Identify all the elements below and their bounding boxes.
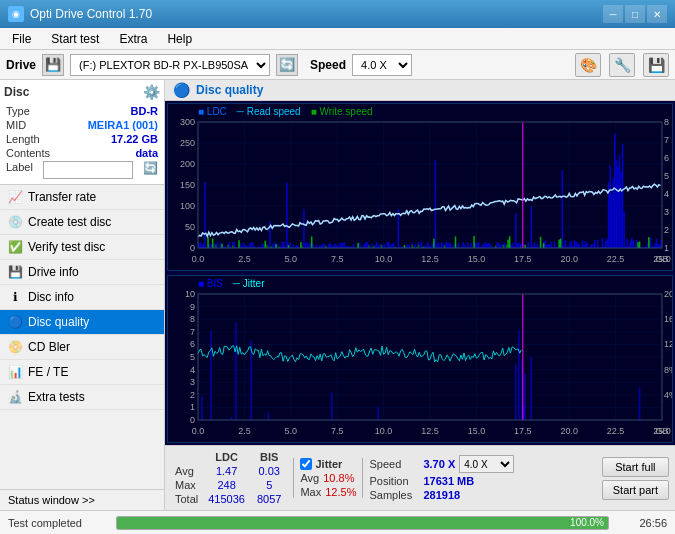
progress-bar-container: 100.0% (116, 516, 609, 530)
disc-settings-icon[interactable]: ⚙️ (143, 84, 160, 100)
disc-mid-label: MID (6, 119, 26, 131)
jitter-avg-value: 10.8% (323, 472, 354, 484)
nav-label-extra-tests: Extra tests (28, 390, 85, 404)
chart-title-icon: 🔵 (173, 82, 190, 98)
drive-eject-icon[interactable]: 💾 (42, 54, 64, 76)
nav-item-cd-bler[interactable]: 📀 CD Bler (0, 335, 164, 360)
disc-length-value: 17.22 GB (111, 133, 158, 145)
nav-item-transfer-rate[interactable]: 📈 Transfer rate (0, 185, 164, 210)
legend-ldc: ■ LDC (198, 106, 227, 117)
disc-length-label: Length (6, 133, 40, 145)
transfer-rate-icon: 📈 (8, 190, 22, 204)
create-test-disc-icon: 💿 (8, 215, 22, 229)
nav-item-fe-te[interactable]: 📊 FE / TE (0, 360, 164, 385)
legend-jitter: ─ Jitter (233, 278, 265, 289)
legend-write-speed: ■ Write speed (311, 106, 373, 117)
stats-divider-1 (293, 458, 294, 498)
jitter-avg-label: Avg (300, 472, 319, 484)
drive-info-icon: 💾 (8, 265, 22, 279)
nav-item-extra-tests[interactable]: 🔬 Extra tests (0, 385, 164, 410)
app-title: Opti Drive Control 1.70 (30, 7, 152, 21)
nav-item-create-test-disc[interactable]: 💿 Create test disc (0, 210, 164, 235)
speed-select-dropdown[interactable]: 4.0 X (459, 455, 514, 473)
jitter-max-value: 12.5% (325, 486, 356, 498)
menu-extra[interactable]: Extra (111, 30, 155, 48)
start-part-button[interactable]: Start part (602, 480, 669, 500)
toolbar-btn-1[interactable]: 🎨 (575, 53, 601, 77)
statusbar: Test completed 100.0% 26:56 (0, 510, 675, 534)
disc-length-row: Length 17.22 GB (4, 132, 160, 146)
drive-select[interactable]: (F:) PLEXTOR BD-R PX-LB950SA 1.04 (70, 54, 270, 76)
close-button[interactable]: ✕ (647, 5, 667, 23)
status-window-label: Status window >> (8, 494, 95, 506)
menu-help[interactable]: Help (159, 30, 200, 48)
stats-avg-ldc: 1.47 (202, 464, 251, 478)
titlebar-left: ◉ Opti Drive Control 1.70 (8, 6, 152, 22)
disc-type-value: BD-R (131, 105, 159, 117)
disc-section: Disc ⚙️ Type BD-R MID MEIRA1 (001) Lengt… (0, 80, 164, 185)
lower-chart-canvas (168, 276, 672, 442)
sidebar: Disc ⚙️ Type BD-R MID MEIRA1 (001) Lengt… (0, 80, 165, 510)
chart-title-bar: 🔵 Disc quality (165, 80, 675, 101)
stats-total-label: Total (171, 492, 202, 506)
nav-label-disc-info: Disc info (28, 290, 74, 304)
speed-value: 3.70 X (423, 458, 455, 470)
disc-mid-row: MID MEIRA1 (001) (4, 118, 160, 132)
nav-item-verify-test-disc[interactable]: ✅ Verify test disc (0, 235, 164, 260)
stats-table: LDC BIS Avg 1.47 0.03 Max 248 5 Total 41… (171, 450, 287, 506)
jitter-avg-row: Avg 10.8% (300, 472, 356, 484)
disc-contents-label: Contents (6, 147, 50, 159)
stats-total-ldc: 415036 (202, 492, 251, 506)
extra-tests-icon: 🔬 (8, 390, 22, 404)
disc-contents-row: Contents data (4, 146, 160, 160)
verify-test-disc-icon: ✅ (8, 240, 22, 254)
content-area: 🔵 Disc quality ■ LDC ─ Read speed ■ Writ… (165, 80, 675, 510)
nav-label-fe-te: FE / TE (28, 365, 68, 379)
disc-label-input[interactable] (43, 161, 133, 179)
nav-label-verify-test-disc: Verify test disc (28, 240, 105, 254)
stats-max-ldc: 248 (202, 478, 251, 492)
toolbar-btn-2[interactable]: 🔧 (609, 53, 635, 77)
progress-bar-fill: 100.0% (117, 517, 608, 529)
disc-type-row: Type BD-R (4, 104, 160, 118)
disc-contents-value: data (135, 147, 158, 159)
stats-avg-bis: 0.03 (251, 464, 287, 478)
maximize-button[interactable]: □ (625, 5, 645, 23)
nav-item-drive-info[interactable]: 💾 Drive info (0, 260, 164, 285)
drivebar: Drive 💾 (F:) PLEXTOR BD-R PX-LB950SA 1.0… (0, 50, 675, 80)
status-window[interactable]: Status window >> (0, 489, 164, 510)
jitter-checkbox[interactable] (300, 458, 312, 470)
jitter-section: Jitter Avg 10.8% Max 12.5% (300, 458, 356, 498)
toolbar-btn-3[interactable]: 💾 (643, 53, 669, 77)
disc-label-row: Label 🔄 (4, 160, 160, 180)
nav-item-disc-quality[interactable]: 🔵 Disc quality (0, 310, 164, 335)
stats-total-bis: 8057 (251, 492, 287, 506)
disc-label-icon[interactable]: 🔄 (143, 161, 158, 179)
menu-file[interactable]: File (4, 30, 39, 48)
stats-avg-label: Avg (171, 464, 202, 478)
samples-row: Samples 281918 (369, 489, 514, 501)
stats-max-label: Max (171, 478, 202, 492)
progress-pct: 100.0% (570, 517, 604, 528)
stats-max-bis: 5 (251, 478, 287, 492)
status-text: Test completed (8, 517, 108, 529)
menu-start-test[interactable]: Start test (43, 30, 107, 48)
nav-item-disc-info[interactable]: ℹ Disc info (0, 285, 164, 310)
legend-bis: ■ BIS (198, 278, 223, 289)
disc-info-icon: ℹ (8, 290, 22, 304)
chart-title: Disc quality (196, 83, 263, 97)
speed-select[interactable]: 4.0 X (352, 54, 412, 76)
stats-divider-2 (362, 458, 363, 498)
chart-upper: ■ LDC ─ Read speed ■ Write speed (167, 103, 673, 271)
position-key: Position (369, 475, 419, 487)
menubar: File Start test Extra Help (0, 28, 675, 50)
speed-row: Speed 3.70 X 4.0 X (369, 455, 514, 473)
disc-type-label: Type (6, 105, 30, 117)
start-full-button[interactable]: Start full (602, 457, 669, 477)
minimize-button[interactable]: ─ (603, 5, 623, 23)
nav-label-disc-quality: Disc quality (28, 315, 89, 329)
jitter-label: Jitter (315, 458, 342, 470)
stats-bar: LDC BIS Avg 1.47 0.03 Max 248 5 Total 41… (165, 445, 675, 510)
drive-refresh-icon[interactable]: 🔄 (276, 54, 298, 76)
cd-bler-icon: 📀 (8, 340, 22, 354)
